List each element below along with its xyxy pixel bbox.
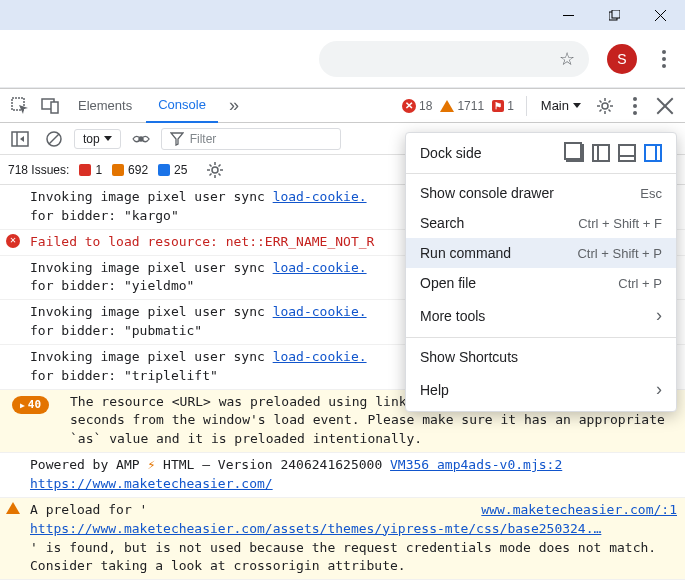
devtools-menu-button[interactable]: [621, 92, 649, 120]
window-minimize-button[interactable]: [545, 0, 591, 30]
log-link[interactable]: load-cookie.: [273, 260, 367, 275]
log-text: Powered by AMP: [30, 457, 147, 472]
issues-info-count: 25: [174, 163, 187, 177]
issues-errors[interactable]: 1: [79, 163, 102, 177]
menu-shortcut: Esc: [640, 186, 662, 201]
address-bar[interactable]: ☆: [319, 41, 589, 77]
menu-divider: [406, 337, 676, 338]
log-link[interactable]: https://www.maketecheasier.com/assets/th…: [30, 521, 601, 536]
issues-warnings[interactable]: 692: [112, 163, 148, 177]
log-text: for bidder: "kargo": [30, 208, 179, 223]
menu-label: Help: [420, 382, 449, 398]
context-top-label: top: [83, 132, 100, 146]
error-count[interactable]: ✕18: [402, 99, 432, 113]
window-close-button[interactable]: [637, 0, 683, 30]
chevron-right-icon: [656, 305, 662, 326]
log-text: Failed to load resource: net::ERR_NAME_N…: [30, 234, 374, 249]
log-link[interactable]: load-cookie.: [273, 189, 367, 204]
log-text: A preload for ': [30, 502, 147, 517]
menu-shortcut: Ctrl + Shift + F: [578, 216, 662, 231]
menu-shortcut: Ctrl + P: [618, 276, 662, 291]
log-row-warning[interactable]: A preload for ' www.maketecheasier.com/:…: [0, 498, 685, 580]
browser-toolbar: ☆ S: [0, 30, 685, 88]
dock-undock-icon[interactable]: [566, 144, 584, 162]
menu-divider: [406, 173, 676, 174]
window-maximize-button[interactable]: [591, 0, 637, 30]
chevron-down-icon: [104, 136, 112, 141]
issues-info[interactable]: 25: [158, 163, 187, 177]
log-link[interactable]: VM356 amp4ads-v0.mjs:2: [390, 457, 562, 472]
settings-gear-icon[interactable]: [591, 92, 619, 120]
context-select[interactable]: Main: [533, 98, 589, 113]
log-text: for bidder: "yieldmo": [30, 278, 194, 293]
warn-count-pill: 40: [12, 395, 49, 415]
warning-count-value: 1711: [457, 99, 484, 113]
filter-input[interactable]: Filter: [161, 128, 341, 150]
svg-rect-7: [51, 102, 58, 113]
bookmark-star-icon[interactable]: ☆: [559, 48, 575, 70]
sidebar-toggle-icon[interactable]: [6, 125, 34, 153]
chevron-right-icon: [656, 379, 662, 400]
menu-help[interactable]: Help: [406, 372, 676, 407]
inspect-element-icon[interactable]: [6, 92, 34, 120]
menu-run-command[interactable]: Run commandCtrl + Shift + P: [406, 238, 676, 268]
menu-dock-side: Dock side: [406, 137, 676, 169]
menu-more-tools[interactable]: More tools: [406, 298, 676, 333]
log-link[interactable]: https://www.maketecheasier.com/: [30, 476, 273, 491]
error-count-value: 18: [419, 99, 432, 113]
menu-shortcuts[interactable]: Show Shortcuts: [406, 342, 676, 372]
issues-settings-icon[interactable]: [201, 156, 229, 184]
warning-icon: [6, 502, 20, 514]
dock-bottom-icon[interactable]: [618, 144, 636, 162]
issues-warnings-count: 692: [128, 163, 148, 177]
devtools-close-icon[interactable]: [651, 92, 679, 120]
issues-errors-count: 1: [95, 163, 102, 177]
svg-line-14: [49, 134, 59, 144]
filter-placeholder: Filter: [190, 132, 217, 146]
menu-label: Show Shortcuts: [420, 349, 518, 365]
svg-point-15: [138, 136, 143, 141]
filter-icon: [170, 132, 184, 146]
device-toolbar-icon[interactable]: [36, 92, 64, 120]
dock-right-icon[interactable]: [644, 144, 662, 162]
menu-show-drawer[interactable]: Show console drawerEsc: [406, 178, 676, 208]
error-icon: ✕: [6, 234, 20, 248]
svg-point-8: [602, 103, 608, 109]
devtools-tabbar: Elements Console » ✕18 1711 ⚑1 Main: [0, 89, 685, 123]
menu-open-file[interactable]: Open fileCtrl + P: [406, 268, 676, 298]
log-text: for bidder: "triplelift": [30, 368, 218, 383]
menu-label: Dock side: [420, 145, 481, 161]
flag-count[interactable]: ⚑1: [492, 99, 514, 113]
log-link[interactable]: load-cookie.: [273, 349, 367, 364]
divider: [526, 96, 527, 116]
menu-search[interactable]: SearchCtrl + Shift + F: [406, 208, 676, 238]
menu-shortcut: Ctrl + Shift + P: [577, 246, 662, 261]
log-text: Invoking image pixel user sync: [30, 260, 273, 275]
log-row[interactable]: Powered by AMP ⚡ HTML – Version 24062416…: [0, 453, 685, 498]
browser-menu-button[interactable]: [655, 50, 673, 68]
profile-avatar[interactable]: S: [607, 44, 637, 74]
menu-label: Show console drawer: [420, 185, 554, 201]
log-link[interactable]: load-cookie.: [273, 304, 367, 319]
log-source-link[interactable]: www.maketecheasier.com/:1: [481, 502, 677, 517]
clear-console-icon[interactable]: [40, 125, 68, 153]
log-text: for bidder: "pubmatic": [30, 323, 202, 338]
execution-context-select[interactable]: top: [74, 129, 121, 149]
live-expression-icon[interactable]: [127, 125, 155, 153]
menu-label: Search: [420, 215, 464, 231]
menu-label: More tools: [420, 308, 485, 324]
tab-elements[interactable]: Elements: [66, 89, 144, 123]
context-label: Main: [541, 98, 569, 113]
chevron-down-icon: [573, 103, 581, 108]
menu-label: Run command: [420, 245, 511, 261]
log-text: HTML – Version 2406241625000: [155, 457, 390, 472]
svg-point-16: [212, 167, 218, 173]
dock-left-icon[interactable]: [592, 144, 610, 162]
tab-console[interactable]: Console: [146, 89, 218, 123]
flag-count-value: 1: [507, 99, 514, 113]
more-tabs-icon[interactable]: »: [220, 92, 248, 120]
menu-label: Open file: [420, 275, 476, 291]
devtools-dropdown-menu: Dock side Show console drawerEsc SearchC…: [405, 132, 677, 412]
warning-count[interactable]: 1711: [440, 99, 484, 113]
window-titlebar: [0, 0, 685, 30]
